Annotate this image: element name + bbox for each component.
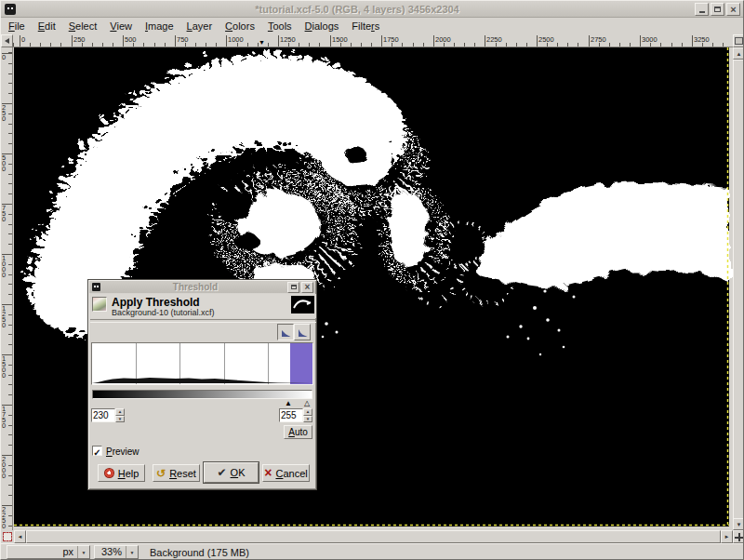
h-ruler-label: 1500 — [330, 35, 348, 47]
h-ruler-label: 3250 — [692, 35, 710, 47]
menu-tools[interactable]: Tools — [268, 20, 292, 32]
h-ruler-label: 750 — [175, 35, 189, 47]
h-ruler-label: 3000 — [640, 35, 658, 47]
cancel-x-icon — [264, 468, 272, 479]
chevron-down-icon[interactable]: ▼ — [77, 546, 89, 558]
scroll-up-icon[interactable]: ▲ — [733, 47, 744, 60]
v-ruler-label: 1750 — [2, 405, 7, 429]
preview-label[interactable]: Preview — [106, 447, 140, 457]
window-controls — [695, 3, 740, 16]
close-icon[interactable] — [301, 282, 313, 293]
dialog-header: Apply Threshold Background-10 (tutorial.… — [90, 294, 316, 318]
menu-file[interactable]: File — [8, 20, 25, 32]
gimp-wilber-icon — [5, 4, 16, 15]
titlebar[interactable]: *tutorial.xcf-5.0 (RGB, 4 layers) 3456x2… — [1, 1, 743, 18]
reset-icon — [156, 468, 166, 479]
horizontal-scrollbar-thumb[interactable] — [26, 530, 721, 543]
logarithmic-histogram-icon — [298, 327, 308, 338]
vertical-ruler[interactable]: 0 250 500 750 1000 1250 1500 1750 2000 2… — [1, 47, 13, 530]
close-icon[interactable] — [726, 3, 740, 16]
canvas-menu-icon — [735, 37, 743, 45]
spin-up-icon[interactable]: ▲ — [115, 408, 125, 416]
unit-select[interactable]: px ▼ — [7, 545, 90, 559]
threshold-low-stepper: ▲ ▼ — [115, 408, 125, 422]
navigation-button[interactable] — [733, 530, 744, 543]
gimp-image-window: *tutorial.xcf-5.0 (RGB, 4 layers) 3456x2… — [0, 0, 744, 560]
spin-up-icon[interactable]: ▲ — [303, 408, 312, 416]
histogram-curve — [92, 343, 312, 384]
ruler-corner-icon — [5, 38, 9, 44]
menu-dialogs[interactable]: Dialogs — [305, 20, 339, 32]
gimp-wilber-icon — [92, 283, 100, 291]
preview-checkbox[interactable] — [92, 446, 102, 456]
canvas-menu-button[interactable] — [733, 34, 744, 47]
h-ruler-label: 1750 — [381, 35, 399, 47]
v-ruler-label: 750 — [2, 204, 7, 222]
h-ruler-label: 1250 — [278, 35, 296, 47]
threshold-low-input[interactable] — [91, 408, 115, 422]
dialog-title: Threshold — [103, 282, 287, 292]
scroll-left-icon[interactable]: ◄ — [14, 530, 26, 543]
dialog-header-subtitle: Background-10 (tutorial.xcf) — [112, 308, 215, 317]
v-ruler-label: 1250 — [2, 304, 7, 328]
auto-button[interactable]: Auto — [284, 425, 312, 439]
spin-down-icon[interactable]: ▼ — [303, 416, 312, 423]
threshold-high-input[interactable] — [279, 408, 303, 422]
zoom-value: 33% — [95, 546, 126, 558]
v-ruler-label: 0 — [2, 53, 7, 60]
low-threshold-marker[interactable]: ▲ — [285, 399, 292, 407]
h-ruler-label: 500 — [123, 35, 137, 47]
h-ruler-label: 250 — [72, 35, 86, 47]
horizontal-scrollbar[interactable]: ◄ ► — [14, 530, 733, 543]
histogram-linear-button[interactable] — [277, 324, 294, 340]
dialog-titlebar[interactable]: Threshold — [89, 281, 315, 293]
menu-select[interactable]: Select — [69, 20, 98, 32]
maximize-icon[interactable] — [711, 3, 724, 16]
pointer-position-marker: ▼ — [259, 39, 265, 47]
status-message: Background (175 MB) — [150, 547, 249, 558]
quickmask-icon — [3, 532, 12, 541]
menu-view[interactable]: View — [110, 20, 132, 32]
ruler-corner-button[interactable] — [1, 34, 13, 47]
menu-layer[interactable]: Layer — [187, 20, 213, 32]
h-ruler-label: 2500 — [537, 35, 554, 47]
horizontal-ruler[interactable]: 0 250 500 750 1000 1250 1500 1750 2000 2… — [13, 34, 733, 47]
spin-down-icon[interactable]: ▼ — [115, 416, 125, 423]
separator — [90, 319, 316, 323]
histogram-logarithmic-button[interactable] — [294, 324, 311, 340]
menubar: File Edit Select View Image Layer Colors… — [1, 18, 743, 34]
h-ruler-label: 2250 — [485, 35, 502, 47]
zoom-select[interactable]: 33% ▼ — [94, 545, 139, 559]
menu-colors[interactable]: Colors — [225, 20, 255, 32]
h-ruler-label: 2750 — [589, 35, 606, 47]
statusbar: px ▼ 33% ▼ Background (175 MB) — [1, 543, 743, 560]
threshold-histogram[interactable] — [91, 342, 313, 385]
quickmask-toggle[interactable] — [1, 530, 14, 543]
help-button[interactable]: Help — [98, 464, 145, 482]
menu-edit[interactable]: Edit — [38, 20, 56, 32]
v-ruler-label: 250 — [2, 103, 7, 122]
scroll-down-icon[interactable]: ▼ — [733, 518, 744, 530]
threshold-high-stepper: ▲ ▼ — [303, 408, 312, 422]
menu-filters[interactable]: Filters — [352, 20, 379, 32]
vertical-scrollbar-thumb[interactable] — [733, 60, 744, 520]
chevron-down-icon[interactable]: ▼ — [126, 546, 138, 558]
threshold-dialog: Threshold Apply Threshold Background-10 … — [87, 279, 317, 490]
high-threshold-marker[interactable]: △ — [304, 399, 310, 407]
pan-cross-icon — [734, 532, 744, 542]
linear-histogram-icon — [281, 327, 291, 338]
vertical-scrollbar[interactable]: ▲ ▼ — [733, 47, 744, 530]
maximize-icon[interactable] — [287, 282, 299, 293]
cancel-button[interactable]: Cancel — [262, 464, 310, 482]
window-title: *tutorial.xcf-5.0 (RGB, 4 layers) 3456x2… — [20, 4, 695, 15]
menu-image[interactable]: Image — [145, 20, 174, 32]
ok-button[interactable]: OK — [204, 462, 259, 483]
h-ruler-label: 0 — [20, 35, 25, 47]
checkmark-icon — [93, 443, 100, 460]
v-ruler-label: 1000 — [2, 254, 7, 278]
v-ruler-label: 2000 — [2, 455, 7, 479]
dialog-header-title: Apply Threshold — [112, 296, 200, 309]
scroll-right-icon[interactable]: ► — [721, 530, 733, 543]
minimize-icon[interactable] — [695, 3, 709, 16]
reset-button[interactable]: Reset — [153, 464, 200, 482]
